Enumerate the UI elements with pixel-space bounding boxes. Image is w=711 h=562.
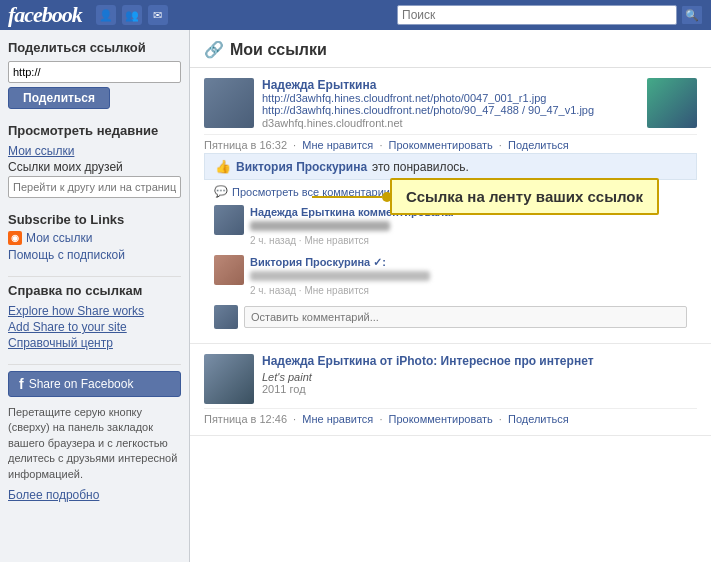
comment-time-2: 2 ч. назад · Мне нравится (250, 285, 369, 296)
blurred-2 (250, 271, 430, 281)
post-1-author[interactable]: Надежда Ерыткина (262, 78, 376, 92)
comment-input-1[interactable] (244, 306, 687, 328)
user-icon[interactable]: 👤 (96, 5, 116, 25)
search-button[interactable]: 🔍 (681, 5, 703, 25)
recent-title: Просмотреть недавние (8, 123, 181, 138)
dot2: · (379, 139, 382, 151)
rss-my-links[interactable]: ◉ Мои ссылки (8, 231, 181, 245)
friends-links-text[interactable]: Ссылки моих друзей (8, 160, 181, 174)
commenter-name-2[interactable]: Виктория Проскурина ✓: (250, 256, 386, 268)
share-on-facebook-button[interactable]: f Share on Facebook (8, 371, 181, 397)
like-link-1[interactable]: Мне нравится (302, 139, 373, 151)
my-avatar (214, 305, 238, 329)
like-link-2[interactable]: Мне нравится (302, 413, 373, 425)
nav-input[interactable] (8, 176, 181, 198)
post-1-actions: Пятница в 16:32 · Мне нравится · Прокомм… (204, 134, 697, 151)
comment-time-1: 2 ч. назад · Мне нравится (250, 235, 369, 246)
content-header: 🔗 Мои ссылки (190, 30, 711, 68)
dot1: · (293, 139, 296, 151)
topbar-nav-icons: 👤 👥 ✉ (96, 5, 168, 25)
dot4: · (293, 413, 296, 425)
rss-icon: ◉ (8, 231, 22, 245)
post-1-inner: Надежда Ерыткина http://d3awhfq.hines.cl… (204, 78, 697, 130)
post-1-content: Надежда Ерыткина http://d3awhfq.hines.cl… (262, 78, 639, 130)
facebook-logo: facebook (8, 2, 82, 28)
add-share-link[interactable]: Add Share to your site (8, 320, 181, 334)
search-bar: 🔍 (397, 5, 703, 25)
explore-link[interactable]: Explore how Share works (8, 304, 181, 318)
share-button[interactable]: Поделиться (8, 87, 110, 109)
divider (8, 276, 181, 277)
friends-icon[interactable]: 👥 (122, 5, 142, 25)
post-1-time: Пятница в 16:32 (204, 139, 287, 151)
recent-links-section: Просмотреть недавние Мои ссылки Ссылки м… (8, 123, 181, 198)
drag-instructions: Перетащите серую кнопку (сверху) на пане… (8, 405, 181, 482)
fb-icon: f (19, 376, 24, 392)
share-link-2[interactable]: Поделиться (508, 413, 569, 425)
post-1-thumb (647, 78, 697, 128)
avatar-1 (204, 78, 254, 128)
post-2-inner: Надежда Ерыткина от iPhoto: Интересное п… (204, 354, 697, 404)
comment-input-row-1 (204, 301, 697, 333)
post-1-url2[interactable]: http://d3awhfq.hines.cloudfront.net/phot… (262, 104, 639, 116)
more-info-link[interactable]: Более подробно (8, 488, 99, 502)
avatar-img-1 (204, 78, 254, 128)
thumb-icon-1: 👍 (215, 159, 231, 174)
post-2: Надежда Ерыткина от iPhoto: Интересное п… (190, 344, 711, 436)
tooltip-line (312, 196, 382, 198)
share-url-input[interactable] (8, 61, 181, 83)
post-2-caption-text: Let's paint (262, 371, 697, 383)
post-2-year: 2011 год (262, 383, 697, 395)
help-section: Справка по ссылкам Explore how Share wor… (8, 283, 181, 350)
commenter-avatar-2 (214, 255, 244, 285)
speech-icon: 💬 (214, 185, 228, 198)
liked-text: это понравилось. (372, 160, 469, 174)
post-1-url1[interactable]: http://d3awhfq.hines.cloudfront.net/phot… (262, 92, 639, 104)
page-title: Мои ссылки (230, 41, 327, 59)
subscribe-my-links[interactable]: Мои ссылки (26, 231, 92, 245)
main-layout: Поделиться ссылкой Поделиться Просмотрет… (0, 30, 711, 562)
like-bar-1: 👍 Виктория Проскурина это понравилось. (204, 153, 697, 180)
tooltip-dot (382, 192, 392, 202)
subscribe-title: Subscribe to Links (8, 212, 181, 227)
post-2-author[interactable]: Надежда Ерыткина от iPhoto: Интересное п… (262, 354, 594, 368)
post-2-actions: Пятница в 12:46 · Мне нравится · Прокомм… (204, 408, 697, 425)
help-title: Справка по ссылкам (8, 283, 181, 298)
share-link-section: Поделиться ссылкой Поделиться (8, 40, 181, 109)
topbar: facebook 👤 👥 ✉ 🔍 (0, 0, 711, 30)
comment-link-1[interactable]: Прокомментировать (389, 139, 493, 151)
comment-body-1 (250, 221, 687, 231)
post-2-content: Надежда Ерыткина от iPhoto: Интересное п… (262, 354, 697, 404)
reference-link[interactable]: Справочный центр (8, 336, 181, 350)
post-2-time: Пятница в 12:46 (204, 413, 287, 425)
share-fb-label: Share on Facebook (29, 377, 134, 391)
messages-icon[interactable]: ✉ (148, 5, 168, 25)
sidebar: Поделиться ссылкой Поделиться Просмотрет… (0, 30, 190, 562)
my-links-link[interactable]: Мои ссылки (8, 144, 181, 158)
dot6: · (499, 413, 502, 425)
subscribe-help[interactable]: Помощь с подпиской (8, 248, 125, 262)
divider2 (8, 364, 181, 365)
share-link-1[interactable]: Поделиться (508, 139, 569, 151)
dot5: · (379, 413, 382, 425)
comment-link-2[interactable]: Прокомментировать (389, 413, 493, 425)
comment-text-2: Виктория Проскурина ✓: 2 ч. назад · Мне … (250, 255, 687, 297)
subscribe-section: Subscribe to Links ◉ Мои ссылки Помощь с… (8, 212, 181, 262)
share-title: Поделиться ссылкой (8, 40, 181, 55)
commenter-avatar-1 (214, 205, 244, 235)
comment-item-2: Виктория Проскурина ✓: 2 ч. назад · Мне … (204, 251, 697, 301)
avatar-img-2 (204, 354, 254, 404)
liked-by-name[interactable]: Виктория Проскурина (236, 160, 367, 174)
blurred-1 (250, 221, 390, 231)
post-1-url3: d3awhfq.hines.cloudfront.net (262, 117, 403, 129)
search-input[interactable] (397, 5, 677, 25)
tooltip-text: Ссылка на ленту ваших ссылок (406, 188, 643, 205)
links-icon: 🔗 (204, 40, 224, 59)
content-area: 🔗 Мои ссылки Ссылка на ленту ваших ссыло… (190, 30, 711, 562)
comment-body-2 (250, 271, 687, 281)
avatar-2 (204, 354, 254, 404)
post-2-caption: Let's paint (262, 371, 697, 383)
dot3: · (499, 139, 502, 151)
tooltip-box: Ссылка на ленту ваших ссылок (390, 178, 659, 215)
